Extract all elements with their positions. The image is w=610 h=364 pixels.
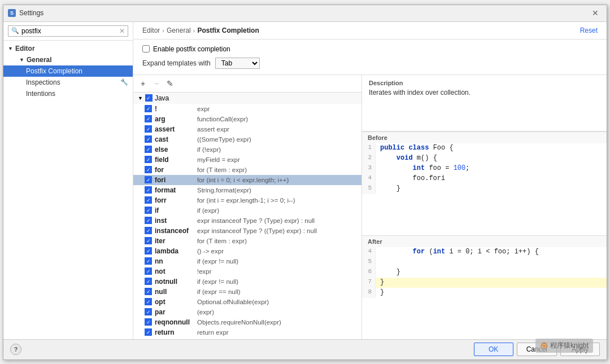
line-code: } [376,278,389,288]
help-button[interactable]: ? [10,344,21,355]
item-desc: return expr [197,329,229,336]
reset-link[interactable]: Reset [580,27,598,34]
list-item[interactable]: ✓ lambda () -> expr [133,246,361,256]
item-checkbox[interactable]: ✓ [145,328,152,336]
sidebar-item-editor[interactable]: ▼ Editor [3,43,133,54]
line-code: foo.fori [376,174,450,184]
breadcrumb: Editor › General › Postfix Completion [142,27,259,34]
after-code-block: After 4 for (int i = 0; i < foo; i++) { … [362,235,607,339]
item-desc: if (expr != null) [197,258,238,265]
search-icon: 🔍 [11,27,19,34]
list-item[interactable]: ✓ nn if (expr != null) [133,256,361,266]
apply-button[interactable]: Apply [560,343,600,356]
chevron-down-icon: ▼ [138,95,143,101]
item-checkbox[interactable]: ✓ [145,227,152,234]
code-line: 5 [362,257,607,267]
list-item[interactable]: ✓ arg functionCall(expr) [133,114,361,124]
line-code: } [376,184,405,194]
list-item[interactable]: ✓ reqnonnull Objects.requireNonNull(expr… [133,317,361,327]
list-item[interactable]: ✓ cast ((SomeType) expr) [133,134,361,144]
enable-checkbox-row: Enable postfix completion [142,45,598,53]
line-number: 7 [362,278,376,288]
java-group-checkbox[interactable]: ✓ [145,94,152,102]
item-desc: Objects.requireNonNull(expr) [197,319,281,326]
list-item[interactable]: ✓ iter for (T item : expr) [133,236,361,246]
item-name: else [155,146,194,154]
list-item[interactable]: ✓ ! expr [133,104,361,114]
item-checkbox[interactable]: ✓ [145,278,152,285]
item-checkbox[interactable]: ✓ [145,207,152,214]
list-item[interactable]: ✓ par (expr) [133,307,361,317]
list-item[interactable]: ✓ field myField = expr [133,155,361,165]
edit-button[interactable]: ✎ [164,77,176,90]
search-input[interactable] [21,27,117,35]
list-item[interactable]: ✓ not !expr [133,266,361,277]
item-checkbox[interactable]: ✓ [145,156,152,163]
item-checkbox[interactable]: ✓ [145,237,152,244]
sidebar-postfix-label: Postfix Completion [26,67,82,75]
item-checkbox[interactable]: ✓ [145,298,152,305]
list-item[interactable]: ✓ inst expr instanceof Type ? (Type) exp… [133,216,361,226]
list-item[interactable]: ✓ notnull if (expr != null) [133,277,361,287]
item-checkbox[interactable]: ✓ [145,196,152,204]
sidebar-tree: ▼ Editor ▼ General Postfix Completion In… [3,41,133,339]
list-item[interactable]: ✓ opt Optional.ofNullable(expr) [133,297,361,307]
item-checkbox[interactable]: ✓ [145,257,152,265]
enable-postfix-checkbox[interactable] [142,45,150,52]
item-checkbox[interactable]: ✓ [145,135,152,143]
item-checkbox[interactable]: ✓ [145,115,152,122]
breadcrumb-general: General [167,27,191,34]
item-checkbox[interactable]: ✓ [145,186,152,194]
item-checkbox[interactable]: ✓ [145,247,152,255]
expand-templates-select[interactable]: Tab Enter Space [215,58,260,69]
item-checkbox[interactable]: ✓ [145,146,152,153]
item-checkbox[interactable]: ✓ [145,176,152,183]
list-item[interactable]: ✓ assert assert expr [133,124,361,134]
sidebar-item-general[interactable]: ▼ General [3,54,133,65]
item-checkbox[interactable]: ✓ [145,267,152,275]
remove-button[interactable]: − [150,77,163,90]
group-header-java[interactable]: ▼ ✓ Java [133,93,361,104]
sidebar-item-intentions[interactable]: Intentions [3,88,133,99]
item-checkbox[interactable]: ✓ [145,166,152,173]
item-name: not [155,267,194,275]
item-desc: for (T item : expr) [197,238,247,244]
before-code-editor: 1 public class Foo { 2 void m() { 3 [362,143,607,235]
breadcrumb-editor: Editor [142,27,160,34]
item-desc: expr instanceof Type ? ((Type) expr) : n… [197,227,317,234]
line-number: 5 [362,257,376,267]
add-button[interactable]: + [137,77,149,90]
item-checkbox[interactable]: ✓ [145,288,152,295]
sidebar-inspections-label: Inspections [26,78,60,86]
line-number: 4 [362,174,376,184]
sidebar-item-inspections[interactable]: Inspections 🔧 [3,77,133,88]
item-checkbox[interactable]: ✓ [145,125,152,133]
list-item[interactable]: ✓ for for (T item : expr) [133,165,361,175]
item-desc: assert expr [197,126,229,133]
breadcrumb-current: Postfix Completion [197,27,259,34]
item-checkbox[interactable]: ✓ [145,217,152,224]
list-item[interactable]: ✓ if if (expr) [133,205,361,216]
list-item[interactable]: ✓ format String.format(expr) [133,185,361,195]
item-checkbox[interactable]: ✓ [145,105,152,112]
item-name: instanceof [155,227,194,235]
list-item[interactable]: ✓ forr for (int i = expr.length-1; i >= … [133,195,361,205]
cancel-button[interactable]: Cancel [517,343,557,356]
list-item[interactable]: ✓ fori for (int i = 0; i < expr.length; … [133,175,361,185]
item-desc: for (int i = expr.length-1; i >= 0; i--) [197,197,295,204]
search-box: 🔍 ✕ [3,22,133,41]
item-name: null [155,288,194,296]
close-button[interactable]: ✕ [589,7,602,19]
list-item[interactable]: ✓ null if (expr == null) [133,287,361,297]
item-checkbox[interactable]: ✓ [145,308,152,315]
inspections-icon: 🔧 [120,78,128,86]
item-desc: expr [197,106,210,112]
search-clear-icon[interactable]: ✕ [119,27,125,35]
ok-button[interactable]: OK [474,343,513,356]
sidebar-item-postfix[interactable]: Postfix Completion [3,65,133,77]
item-desc: ((SomeType) expr) [197,136,251,143]
item-checkbox[interactable]: ✓ [145,318,152,326]
list-item[interactable]: ✓ else if (!expr) [133,144,361,155]
list-item[interactable]: ✓ return return expr [133,327,361,337]
list-item[interactable]: ✓ instanceof expr instanceof Type ? ((Ty… [133,226,361,236]
